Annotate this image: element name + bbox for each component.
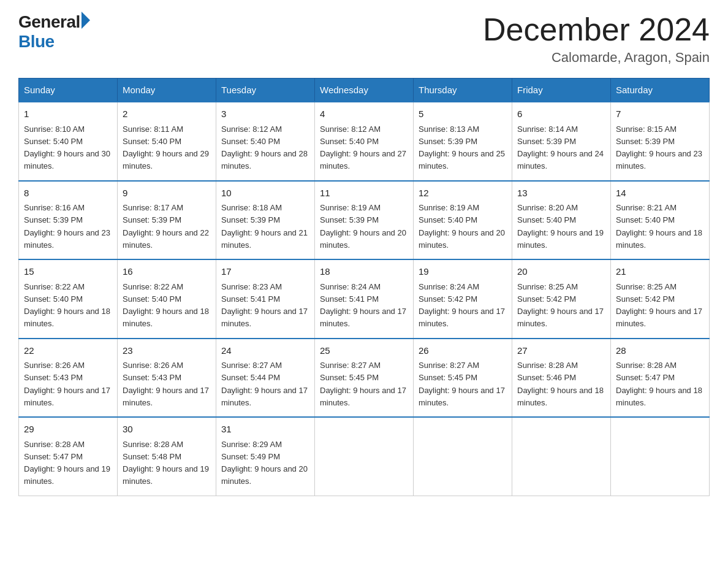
calendar-table: SundayMondayTuesdayWednesdayThursdayFrid… xyxy=(18,78,710,496)
day-number: 14 xyxy=(616,186,704,201)
page-subtitle: Calomarde, Aragon, Spain xyxy=(483,50,710,66)
calendar-week-row: 22 Sunrise: 8:26 AMSunset: 5:43 PMDaylig… xyxy=(19,339,710,418)
logo-arrow-icon xyxy=(82,12,90,29)
calendar-cell: 31 Sunrise: 8:29 AMSunset: 5:49 PMDaylig… xyxy=(216,417,315,496)
calendar-cell: 7 Sunrise: 8:15 AMSunset: 5:39 PMDayligh… xyxy=(611,102,710,181)
calendar-cell: 2 Sunrise: 8:11 AMSunset: 5:40 PMDayligh… xyxy=(118,102,216,181)
calendar-cell: 1 Sunrise: 8:10 AMSunset: 5:40 PMDayligh… xyxy=(19,102,118,181)
calendar-cell: 14 Sunrise: 8:21 AMSunset: 5:40 PMDaylig… xyxy=(611,181,710,260)
day-info: Sunrise: 8:23 AMSunset: 5:41 PMDaylight:… xyxy=(221,282,308,329)
day-number: 23 xyxy=(123,344,211,358)
day-info: Sunrise: 8:25 AMSunset: 5:42 PMDaylight:… xyxy=(616,282,702,329)
calendar-cell: 20 Sunrise: 8:25 AMSunset: 5:42 PMDaylig… xyxy=(512,259,611,339)
calendar-cell: 10 Sunrise: 8:18 AMSunset: 5:39 PMDaylig… xyxy=(216,181,315,260)
day-info: Sunrise: 8:14 AMSunset: 5:39 PMDaylight:… xyxy=(517,124,604,171)
day-info: Sunrise: 8:20 AMSunset: 5:40 PMDaylight:… xyxy=(517,203,604,250)
day-number: 24 xyxy=(221,344,309,358)
calendar-cell: 27 Sunrise: 8:28 AMSunset: 5:46 PMDaylig… xyxy=(512,339,611,418)
calendar-cell: 13 Sunrise: 8:20 AMSunset: 5:40 PMDaylig… xyxy=(512,181,611,260)
day-info: Sunrise: 8:26 AMSunset: 5:43 PMDaylight:… xyxy=(24,361,110,407)
calendar-cell xyxy=(414,417,512,496)
calendar-cell: 16 Sunrise: 8:22 AMSunset: 5:40 PMDaylig… xyxy=(118,259,216,339)
day-info: Sunrise: 8:21 AMSunset: 5:40 PMDaylight:… xyxy=(616,203,702,250)
day-info: Sunrise: 8:26 AMSunset: 5:43 PMDaylight:… xyxy=(123,361,209,407)
day-number: 4 xyxy=(320,107,408,121)
column-header-thursday: Thursday xyxy=(414,79,512,102)
calendar-cell: 18 Sunrise: 8:24 AMSunset: 5:41 PMDaylig… xyxy=(315,259,414,339)
day-info: Sunrise: 8:27 AMSunset: 5:45 PMDaylight:… xyxy=(320,361,406,407)
day-info: Sunrise: 8:13 AMSunset: 5:39 PMDaylight:… xyxy=(419,124,505,171)
day-info: Sunrise: 8:27 AMSunset: 5:45 PMDaylight:… xyxy=(419,361,505,407)
calendar-week-row: 8 Sunrise: 8:16 AMSunset: 5:39 PMDayligh… xyxy=(19,181,710,260)
day-number: 25 xyxy=(320,344,408,358)
calendar-cell: 26 Sunrise: 8:27 AMSunset: 5:45 PMDaylig… xyxy=(414,339,512,418)
day-number: 13 xyxy=(517,186,605,201)
calendar-week-row: 1 Sunrise: 8:10 AMSunset: 5:40 PMDayligh… xyxy=(19,102,710,181)
day-info: Sunrise: 8:28 AMSunset: 5:47 PMDaylight:… xyxy=(24,440,110,486)
calendar-cell: 21 Sunrise: 8:25 AMSunset: 5:42 PMDaylig… xyxy=(611,259,710,339)
day-number: 28 xyxy=(616,344,704,358)
column-header-friday: Friday xyxy=(512,79,611,102)
day-number: 22 xyxy=(24,344,112,358)
day-number: 26 xyxy=(419,344,507,358)
column-header-monday: Monday xyxy=(118,79,216,102)
day-number: 31 xyxy=(221,423,309,437)
calendar-cell: 12 Sunrise: 8:19 AMSunset: 5:40 PMDaylig… xyxy=(414,181,512,260)
day-number: 12 xyxy=(419,186,507,201)
column-header-wednesday: Wednesday xyxy=(315,79,414,102)
day-info: Sunrise: 8:19 AMSunset: 5:40 PMDaylight:… xyxy=(419,203,505,250)
day-info: Sunrise: 8:15 AMSunset: 5:39 PMDaylight:… xyxy=(616,124,702,171)
day-info: Sunrise: 8:22 AMSunset: 5:40 PMDaylight:… xyxy=(24,282,110,329)
calendar-cell xyxy=(512,417,611,496)
day-number: 1 xyxy=(24,107,112,121)
day-info: Sunrise: 8:24 AMSunset: 5:42 PMDaylight:… xyxy=(419,282,505,329)
day-number: 10 xyxy=(221,186,309,201)
calendar-cell: 5 Sunrise: 8:13 AMSunset: 5:39 PMDayligh… xyxy=(414,102,512,181)
day-number: 3 xyxy=(221,107,309,121)
calendar-cell: 4 Sunrise: 8:12 AMSunset: 5:40 PMDayligh… xyxy=(315,102,414,181)
day-number: 6 xyxy=(517,107,605,121)
day-info: Sunrise: 8:22 AMSunset: 5:40 PMDaylight:… xyxy=(123,282,209,329)
day-number: 29 xyxy=(24,423,112,437)
day-info: Sunrise: 8:19 AMSunset: 5:39 PMDaylight:… xyxy=(320,203,406,250)
calendar-cell xyxy=(315,417,414,496)
day-number: 27 xyxy=(517,344,605,358)
calendar-cell xyxy=(611,417,710,496)
calendar-header-row: SundayMondayTuesdayWednesdayThursdayFrid… xyxy=(19,79,710,102)
calendar-cell: 19 Sunrise: 8:24 AMSunset: 5:42 PMDaylig… xyxy=(414,259,512,339)
day-info: Sunrise: 8:12 AMSunset: 5:40 PMDaylight:… xyxy=(320,124,406,171)
calendar-cell: 9 Sunrise: 8:17 AMSunset: 5:39 PMDayligh… xyxy=(118,181,216,260)
day-info: Sunrise: 8:25 AMSunset: 5:42 PMDaylight:… xyxy=(517,282,604,329)
day-number: 20 xyxy=(517,265,605,279)
column-header-tuesday: Tuesday xyxy=(216,79,315,102)
title-block: December 2024 Calomarde, Aragon, Spain xyxy=(483,12,710,66)
day-info: Sunrise: 8:28 AMSunset: 5:47 PMDaylight:… xyxy=(616,361,702,407)
page-title: December 2024 xyxy=(483,12,710,47)
day-number: 21 xyxy=(616,265,704,279)
logo-blue-text: Blue xyxy=(18,32,55,52)
day-number: 5 xyxy=(419,107,507,121)
calendar-week-row: 15 Sunrise: 8:22 AMSunset: 5:40 PMDaylig… xyxy=(19,259,710,339)
day-number: 16 xyxy=(123,265,211,279)
column-header-sunday: Sunday xyxy=(19,79,118,102)
calendar-cell: 25 Sunrise: 8:27 AMSunset: 5:45 PMDaylig… xyxy=(315,339,414,418)
day-number: 2 xyxy=(123,107,211,121)
day-info: Sunrise: 8:17 AMSunset: 5:39 PMDaylight:… xyxy=(123,203,209,250)
page-header: General Blue December 2024 Calomarde, Ar… xyxy=(18,12,710,66)
day-info: Sunrise: 8:29 AMSunset: 5:49 PMDaylight:… xyxy=(221,440,308,486)
calendar-cell: 28 Sunrise: 8:28 AMSunset: 5:47 PMDaylig… xyxy=(611,339,710,418)
calendar-cell: 30 Sunrise: 8:28 AMSunset: 5:48 PMDaylig… xyxy=(118,417,216,496)
day-number: 7 xyxy=(616,107,704,121)
day-info: Sunrise: 8:28 AMSunset: 5:46 PMDaylight:… xyxy=(517,361,604,407)
day-info: Sunrise: 8:16 AMSunset: 5:39 PMDaylight:… xyxy=(24,203,110,250)
day-info: Sunrise: 8:28 AMSunset: 5:48 PMDaylight:… xyxy=(123,440,209,486)
calendar-cell: 24 Sunrise: 8:27 AMSunset: 5:44 PMDaylig… xyxy=(216,339,315,418)
day-info: Sunrise: 8:24 AMSunset: 5:41 PMDaylight:… xyxy=(320,282,406,329)
calendar-cell: 11 Sunrise: 8:19 AMSunset: 5:39 PMDaylig… xyxy=(315,181,414,260)
day-number: 9 xyxy=(123,186,211,201)
day-number: 11 xyxy=(320,186,408,201)
day-number: 15 xyxy=(24,265,112,279)
calendar-cell: 22 Sunrise: 8:26 AMSunset: 5:43 PMDaylig… xyxy=(19,339,118,418)
day-info: Sunrise: 8:18 AMSunset: 5:39 PMDaylight:… xyxy=(221,203,308,250)
day-number: 17 xyxy=(221,265,309,279)
